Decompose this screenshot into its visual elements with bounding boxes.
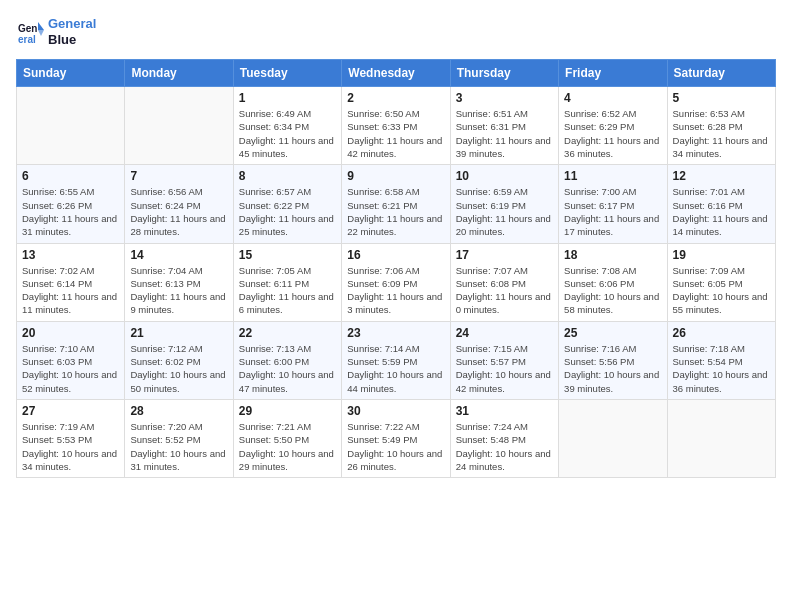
day-number: 15 <box>239 248 336 262</box>
logo-icon: Gen eral <box>16 18 44 46</box>
day-info: Sunrise: 6:59 AM Sunset: 6:19 PM Dayligh… <box>456 185 553 238</box>
day-info: Sunrise: 7:24 AM Sunset: 5:48 PM Dayligh… <box>456 420 553 473</box>
calendar-cell <box>125 87 233 165</box>
calendar-cell: 16Sunrise: 7:06 AM Sunset: 6:09 PM Dayli… <box>342 243 450 321</box>
day-number: 22 <box>239 326 336 340</box>
calendar-week-row: 27Sunrise: 7:19 AM Sunset: 5:53 PM Dayli… <box>17 399 776 477</box>
day-info: Sunrise: 7:20 AM Sunset: 5:52 PM Dayligh… <box>130 420 227 473</box>
day-number: 20 <box>22 326 119 340</box>
day-number: 10 <box>456 169 553 183</box>
day-number: 8 <box>239 169 336 183</box>
calendar-cell: 14Sunrise: 7:04 AM Sunset: 6:13 PM Dayli… <box>125 243 233 321</box>
day-number: 25 <box>564 326 661 340</box>
calendar-cell: 4Sunrise: 6:52 AM Sunset: 6:29 PM Daylig… <box>559 87 667 165</box>
day-info: Sunrise: 7:12 AM Sunset: 6:02 PM Dayligh… <box>130 342 227 395</box>
day-number: 19 <box>673 248 770 262</box>
day-number: 7 <box>130 169 227 183</box>
calendar-cell <box>667 399 775 477</box>
day-info: Sunrise: 6:50 AM Sunset: 6:33 PM Dayligh… <box>347 107 444 160</box>
page-header: Gen eral General Blue <box>16 16 776 47</box>
col-header-tuesday: Tuesday <box>233 60 341 87</box>
day-info: Sunrise: 6:53 AM Sunset: 6:28 PM Dayligh… <box>673 107 770 160</box>
logo: Gen eral General Blue <box>16 16 96 47</box>
col-header-friday: Friday <box>559 60 667 87</box>
day-info: Sunrise: 6:51 AM Sunset: 6:31 PM Dayligh… <box>456 107 553 160</box>
day-info: Sunrise: 6:58 AM Sunset: 6:21 PM Dayligh… <box>347 185 444 238</box>
day-info: Sunrise: 7:06 AM Sunset: 6:09 PM Dayligh… <box>347 264 444 317</box>
day-number: 24 <box>456 326 553 340</box>
day-info: Sunrise: 7:10 AM Sunset: 6:03 PM Dayligh… <box>22 342 119 395</box>
day-info: Sunrise: 7:08 AM Sunset: 6:06 PM Dayligh… <box>564 264 661 317</box>
day-info: Sunrise: 7:02 AM Sunset: 6:14 PM Dayligh… <box>22 264 119 317</box>
day-info: Sunrise: 6:55 AM Sunset: 6:26 PM Dayligh… <box>22 185 119 238</box>
day-info: Sunrise: 7:05 AM Sunset: 6:11 PM Dayligh… <box>239 264 336 317</box>
calendar-cell: 9Sunrise: 6:58 AM Sunset: 6:21 PM Daylig… <box>342 165 450 243</box>
calendar-cell <box>559 399 667 477</box>
calendar-week-row: 13Sunrise: 7:02 AM Sunset: 6:14 PM Dayli… <box>17 243 776 321</box>
calendar-cell: 26Sunrise: 7:18 AM Sunset: 5:54 PM Dayli… <box>667 321 775 399</box>
calendar-cell: 21Sunrise: 7:12 AM Sunset: 6:02 PM Dayli… <box>125 321 233 399</box>
day-info: Sunrise: 7:18 AM Sunset: 5:54 PM Dayligh… <box>673 342 770 395</box>
day-info: Sunrise: 7:04 AM Sunset: 6:13 PM Dayligh… <box>130 264 227 317</box>
day-info: Sunrise: 6:49 AM Sunset: 6:34 PM Dayligh… <box>239 107 336 160</box>
day-info: Sunrise: 7:21 AM Sunset: 5:50 PM Dayligh… <box>239 420 336 473</box>
svg-marker-2 <box>38 22 44 30</box>
day-info: Sunrise: 7:09 AM Sunset: 6:05 PM Dayligh… <box>673 264 770 317</box>
day-number: 12 <box>673 169 770 183</box>
day-info: Sunrise: 7:00 AM Sunset: 6:17 PM Dayligh… <box>564 185 661 238</box>
svg-text:Gen: Gen <box>18 23 37 34</box>
day-number: 26 <box>673 326 770 340</box>
calendar-week-row: 6Sunrise: 6:55 AM Sunset: 6:26 PM Daylig… <box>17 165 776 243</box>
calendar-cell: 28Sunrise: 7:20 AM Sunset: 5:52 PM Dayli… <box>125 399 233 477</box>
calendar-table: SundayMondayTuesdayWednesdayThursdayFrid… <box>16 59 776 478</box>
day-info: Sunrise: 7:19 AM Sunset: 5:53 PM Dayligh… <box>22 420 119 473</box>
day-number: 1 <box>239 91 336 105</box>
calendar-cell: 10Sunrise: 6:59 AM Sunset: 6:19 PM Dayli… <box>450 165 558 243</box>
day-info: Sunrise: 7:16 AM Sunset: 5:56 PM Dayligh… <box>564 342 661 395</box>
day-info: Sunrise: 6:52 AM Sunset: 6:29 PM Dayligh… <box>564 107 661 160</box>
calendar-cell: 1Sunrise: 6:49 AM Sunset: 6:34 PM Daylig… <box>233 87 341 165</box>
day-number: 11 <box>564 169 661 183</box>
day-number: 6 <box>22 169 119 183</box>
day-info: Sunrise: 7:15 AM Sunset: 5:57 PM Dayligh… <box>456 342 553 395</box>
day-info: Sunrise: 6:57 AM Sunset: 6:22 PM Dayligh… <box>239 185 336 238</box>
calendar-cell: 6Sunrise: 6:55 AM Sunset: 6:26 PM Daylig… <box>17 165 125 243</box>
calendar-cell <box>17 87 125 165</box>
col-header-wednesday: Wednesday <box>342 60 450 87</box>
day-info: Sunrise: 7:01 AM Sunset: 6:16 PM Dayligh… <box>673 185 770 238</box>
day-number: 29 <box>239 404 336 418</box>
calendar-cell: 3Sunrise: 6:51 AM Sunset: 6:31 PM Daylig… <box>450 87 558 165</box>
calendar-cell: 19Sunrise: 7:09 AM Sunset: 6:05 PM Dayli… <box>667 243 775 321</box>
day-number: 18 <box>564 248 661 262</box>
calendar-cell: 20Sunrise: 7:10 AM Sunset: 6:03 PM Dayli… <box>17 321 125 399</box>
calendar-cell: 30Sunrise: 7:22 AM Sunset: 5:49 PM Dayli… <box>342 399 450 477</box>
calendar-cell: 25Sunrise: 7:16 AM Sunset: 5:56 PM Dayli… <box>559 321 667 399</box>
calendar-cell: 7Sunrise: 6:56 AM Sunset: 6:24 PM Daylig… <box>125 165 233 243</box>
day-number: 17 <box>456 248 553 262</box>
day-info: Sunrise: 7:14 AM Sunset: 5:59 PM Dayligh… <box>347 342 444 395</box>
calendar-week-row: 1Sunrise: 6:49 AM Sunset: 6:34 PM Daylig… <box>17 87 776 165</box>
calendar-cell: 11Sunrise: 7:00 AM Sunset: 6:17 PM Dayli… <box>559 165 667 243</box>
day-number: 23 <box>347 326 444 340</box>
col-header-sunday: Sunday <box>17 60 125 87</box>
day-info: Sunrise: 7:13 AM Sunset: 6:00 PM Dayligh… <box>239 342 336 395</box>
day-number: 14 <box>130 248 227 262</box>
calendar-cell: 31Sunrise: 7:24 AM Sunset: 5:48 PM Dayli… <box>450 399 558 477</box>
day-number: 27 <box>22 404 119 418</box>
day-info: Sunrise: 7:07 AM Sunset: 6:08 PM Dayligh… <box>456 264 553 317</box>
day-number: 28 <box>130 404 227 418</box>
col-header-saturday: Saturday <box>667 60 775 87</box>
day-number: 2 <box>347 91 444 105</box>
col-header-monday: Monday <box>125 60 233 87</box>
calendar-header-row: SundayMondayTuesdayWednesdayThursdayFrid… <box>17 60 776 87</box>
calendar-cell: 29Sunrise: 7:21 AM Sunset: 5:50 PM Dayli… <box>233 399 341 477</box>
calendar-cell: 22Sunrise: 7:13 AM Sunset: 6:00 PM Dayli… <box>233 321 341 399</box>
day-number: 13 <box>22 248 119 262</box>
calendar-cell: 13Sunrise: 7:02 AM Sunset: 6:14 PM Dayli… <box>17 243 125 321</box>
day-number: 9 <box>347 169 444 183</box>
day-number: 21 <box>130 326 227 340</box>
calendar-cell: 18Sunrise: 7:08 AM Sunset: 6:06 PM Dayli… <box>559 243 667 321</box>
calendar-cell: 5Sunrise: 6:53 AM Sunset: 6:28 PM Daylig… <box>667 87 775 165</box>
day-number: 4 <box>564 91 661 105</box>
svg-marker-3 <box>38 30 44 36</box>
